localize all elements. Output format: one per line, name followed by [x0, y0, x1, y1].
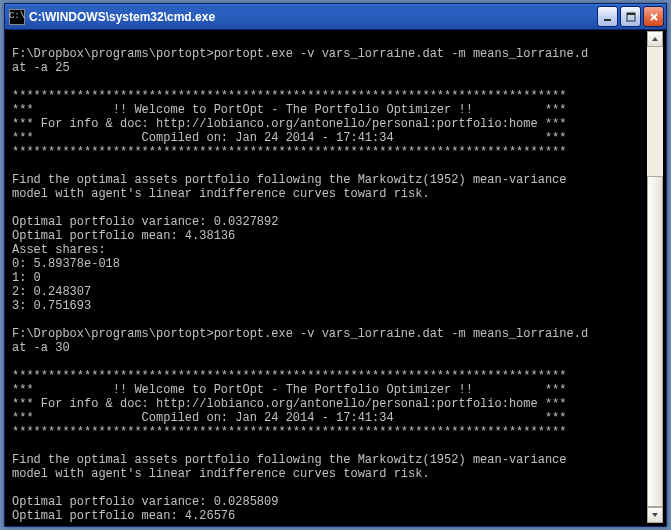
window-controls [597, 6, 664, 27]
terminal-output[interactable]: F:\Dropbox\programs\portopt>portopt.exe … [8, 31, 647, 523]
share-row: 2: 0.248307 [12, 285, 643, 299]
banner-line: ****************************************… [12, 145, 643, 159]
share-row: 0: 5.89378e-018 [12, 257, 643, 271]
window-title: C:\WINDOWS\system32\cmd.exe [29, 10, 597, 24]
cmd-icon: C:\ [9, 9, 25, 25]
result-line: Optimal portfolio mean: 4.38136 [12, 229, 643, 243]
banner-line: ****************************************… [12, 425, 643, 439]
scroll-down-button[interactable] [647, 507, 663, 523]
cmd-line: F:\Dropbox\programs\portopt>portopt.exe … [12, 47, 643, 61]
result-line: Optimal portfolio variance: 0.0285809 [12, 495, 643, 509]
banner-line: *** !! Welcome to PortOpt - The Portfoli… [12, 103, 643, 117]
shares-label: Asset shares: [12, 243, 643, 257]
desc-line: model with agent's linear indifference c… [12, 467, 643, 481]
scroll-track[interactable] [647, 47, 663, 507]
desc-line: model with agent's linear indifference c… [12, 187, 643, 201]
banner-line: *** Compiled on: Jan 24 2014 - 17:41:34 … [12, 131, 643, 145]
minimize-button[interactable] [597, 6, 618, 27]
scroll-thumb[interactable] [647, 176, 663, 507]
desc-line: Find the optimal assets portfolio follow… [12, 453, 643, 467]
maximize-button[interactable] [620, 6, 641, 27]
cmd-line: at -a 30 [12, 341, 643, 355]
desc-line: Find the optimal assets portfolio follow… [12, 173, 643, 187]
cmd-line: at -a 25 [12, 61, 643, 75]
svg-rect-2 [627, 13, 635, 15]
svg-rect-0 [604, 19, 611, 21]
vertical-scrollbar[interactable] [647, 31, 663, 523]
banner-line: *** For info & doc: http://lobianco.org/… [12, 117, 643, 131]
titlebar[interactable]: C:\ C:\WINDOWS\system32\cmd.exe [5, 4, 666, 30]
share-row: 3: 0.751693 [12, 299, 643, 313]
share-row: 1: 0 [12, 271, 643, 285]
result-line: Optimal portfolio variance: 0.0327892 [12, 215, 643, 229]
cmd-line: F:\Dropbox\programs\portopt>portopt.exe … [12, 327, 643, 341]
result-line: Optimal portfolio mean: 4.26576 [12, 509, 643, 523]
close-button[interactable] [643, 6, 664, 27]
banner-line: ****************************************… [12, 369, 643, 383]
scroll-up-button[interactable] [647, 31, 663, 47]
cmd-window: C:\ C:\WINDOWS\system32\cmd.exe F:\Dropb… [4, 3, 667, 527]
banner-line: *** Compiled on: Jan 24 2014 - 17:41:34 … [12, 411, 643, 425]
banner-line: ****************************************… [12, 89, 643, 103]
banner-line: *** For info & doc: http://lobianco.org/… [12, 397, 643, 411]
banner-line: *** !! Welcome to PortOpt - The Portfoli… [12, 383, 643, 397]
